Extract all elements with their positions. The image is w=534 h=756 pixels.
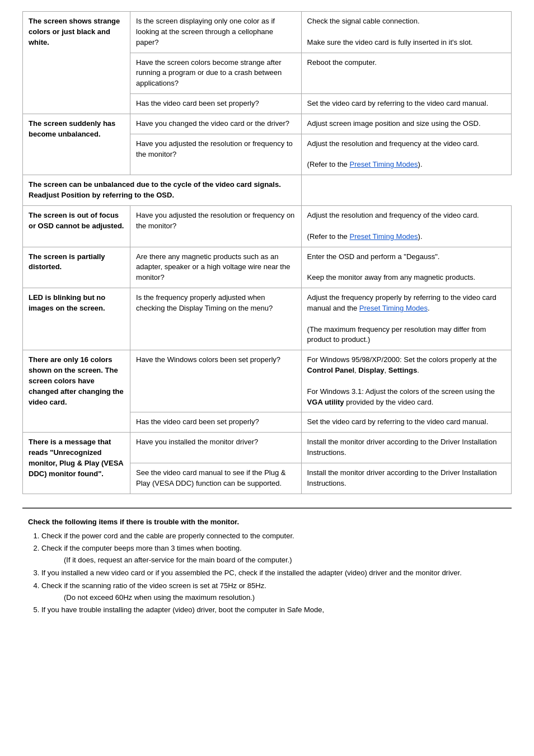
question-cell: Have the screen colors become strange af…	[130, 53, 302, 94]
check-list-item: If you have trouble installing the adapt…	[41, 604, 506, 616]
solution-cell: Reboot the computer.	[301, 53, 511, 94]
question-cell: Have you adjusted the resolution or freq…	[130, 134, 302, 175]
solution-cell: For Windows 95/98/XP/2000: Set the color…	[301, 350, 511, 412]
preset-timing-link[interactable]: Preset Timing Modes	[359, 304, 428, 312]
solution-cell: Adjust screen image position and size us…	[301, 114, 511, 134]
question-cell: Is the frequency properly adjusted when …	[130, 288, 302, 350]
check-list-note: (If it does, request an after-service fo…	[64, 555, 506, 566]
problem-cell: The screen suddenly has become unbalance…	[23, 114, 130, 175]
question-cell: Are there any magnetic products such as …	[130, 247, 302, 288]
solution-cell: Set the video card by referring to the v…	[301, 412, 511, 433]
solution-cell: Check the signal cable connection.Make s…	[301, 12, 511, 53]
check-list: Check if the power cord and the cable ar…	[41, 530, 506, 617]
check-section: Check the following items if there is tr…	[22, 518, 512, 617]
problem-cell: The screen shows strange colors or just …	[23, 12, 130, 114]
solution-cell: Set the video card by referring to the v…	[301, 94, 511, 114]
preset-timing-link[interactable]: Preset Timing Modes	[349, 232, 418, 241]
problem-cell: LED is blinking but no images on the scr…	[23, 288, 130, 350]
solution-cell: Install the monitor driver according to …	[301, 463, 511, 494]
preset-timing-link[interactable]: Preset Timing Modes	[349, 160, 418, 168]
check-list-item: Check if the computer beeps more than 3 …	[41, 543, 506, 566]
problem-cell: The screen is partially distorted.	[23, 247, 130, 288]
section-divider	[22, 508, 512, 509]
check-list-item: Check if the scanning ratio of the video…	[41, 580, 506, 604]
solution-cell: Adjust the resolution and frequency at t…	[301, 134, 511, 175]
full-width-note-row: The screen can be unbalanced due to the …	[23, 175, 512, 206]
solution-cell: Install the monitor driver according to …	[301, 433, 511, 463]
question-cell: Has the video card been set properly?	[130, 94, 302, 114]
solution-cell: Adjust the frequency properly by referri…	[301, 288, 511, 350]
question-cell: Is the screen displaying only one color …	[130, 12, 302, 53]
check-list-item: If you installed a new video card or if …	[41, 567, 506, 579]
table-row: There are only 16 colors shown on the sc…	[23, 350, 512, 412]
question-cell: Have the Windows colors been set properl…	[130, 350, 302, 412]
table-row: The screen is partially distorted.Are th…	[23, 247, 512, 288]
question-cell: Have you installed the monitor driver?	[130, 433, 302, 463]
check-list-note: (Do not exceed 60Hz when using the maxim…	[64, 592, 506, 604]
problem-cell: There is a message that reads "Unrecogni…	[23, 433, 130, 494]
problem-cell: The screen is out of focus or OSD cannot…	[23, 205, 130, 247]
solution-cell: Adjust the resolution and frequency of t…	[301, 205, 511, 247]
full-width-note-cell: The screen can be unbalanced due to the …	[23, 175, 302, 206]
table-row: The screen is out of focus or OSD cannot…	[23, 205, 512, 247]
question-cell: Have you adjusted the resolution or freq…	[130, 205, 302, 247]
question-cell: Has the video card been set properly?	[130, 412, 302, 433]
question-cell: See the video card manual to see if the …	[130, 463, 302, 494]
table-row: LED is blinking but no images on the scr…	[23, 288, 512, 350]
table-row: The screen shows strange colors or just …	[23, 12, 512, 53]
problem-cell: There are only 16 colors shown on the sc…	[23, 350, 130, 433]
table-row: The screen suddenly has become unbalance…	[23, 114, 512, 134]
table-row: There is a message that reads "Unrecogni…	[23, 433, 512, 463]
check-list-item: Check if the power cord and the cable ar…	[41, 530, 506, 542]
question-cell: Have you changed the video card or the d…	[130, 114, 302, 134]
check-section-title: Check the following items if there is tr…	[28, 518, 506, 526]
solution-cell: Enter the OSD and perform a "Degauss".Ke…	[301, 247, 511, 288]
troubleshooting-table: The screen shows strange colors or just …	[22, 11, 512, 494]
